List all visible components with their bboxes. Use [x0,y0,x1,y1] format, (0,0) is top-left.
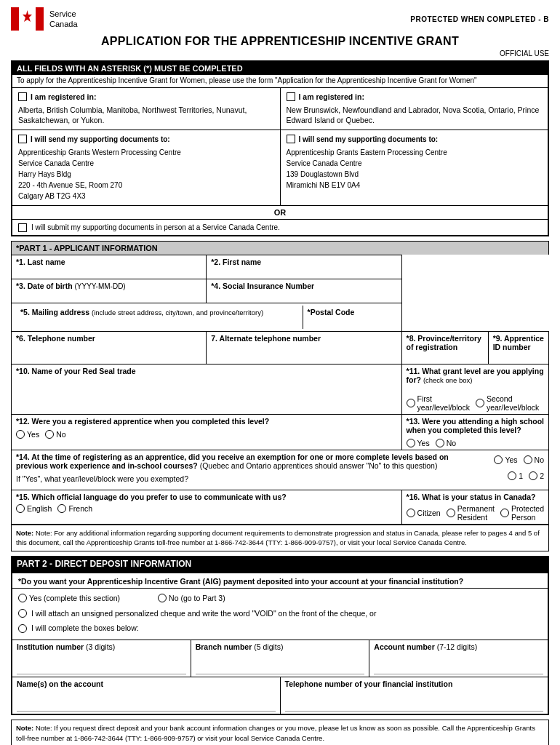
canada-flag-icon [11,7,44,31]
registered-row: I am registered in: Alberta, British Col… [12,88,548,130]
registered-no-label: No [56,430,65,439]
send-east-checkbox[interactable] [287,135,295,143]
alt-tel-cell: 7. Alternate telephone number [207,332,401,364]
top-header: Service Canada PROTECTED WHEN COMPLETED … [11,7,549,31]
part1-note-text: Note: For any additional information reg… [16,529,540,546]
trade-label: *10. Name of your Red Seal trade [16,367,397,375]
exemption-no-radio[interactable] [524,455,532,464]
intro-box: ALL FIELDS WITH AN ASTERISK (*) MUST BE … [11,60,549,236]
institution-label-text: Institution number [17,642,84,651]
status-citizen: Citizen [407,509,441,517]
mailing-address-cell: *5. Mailing address (include street addr… [16,306,303,329]
part2-note: Note: Note: If you request direct deposi… [11,720,549,745]
branch-label-text: Branch number [196,642,252,651]
main-title: APPLICATION FOR THE APPRENTICESHIP INCEN… [11,35,549,48]
send-west-checkbox[interactable] [18,135,27,143]
status-pr-radio[interactable] [447,509,455,517]
registered-no-radio[interactable] [45,430,54,439]
exemption-opt2-radio[interactable] [529,471,537,480]
deposit-complete-label: I will complete the boxes below: [31,621,139,635]
names-input[interactable] [17,698,276,712]
registered-east-col: I am registered in: New Brunswick, Newfo… [281,88,548,130]
service-line2: Canada [49,19,78,29]
tel-label: *6. Telephone number [16,334,201,343]
deposit-unsigned-row: I will attach an unsigned personalized c… [18,607,542,621]
part1-form: *1. Last name *2. First name *3. Date of… [11,255,549,525]
institution-hint: (3 digits) [86,642,115,651]
registered-apprentice-cell: *12. Were you a registered apprentice wh… [12,415,402,450]
send-east-label: I will send my supporting documents to: [299,134,439,145]
registered-yes-radio[interactable] [16,430,25,439]
high-school-no-radio[interactable] [436,439,444,447]
apprentice-id-cell: *9. Apprentice ID number [488,332,548,364]
branch-label: Branch number (5 digits) [196,642,365,651]
registered-west-checkbox-row: I am registered in: [18,92,274,103]
part1-header: *PART 1 - APPLICANT INFORMATION [11,241,549,255]
official-use: OFFICIAL USE [11,49,549,57]
language-label: *15. Which official language do you pref… [16,493,397,501]
mailing-label-text: *5. Mailing address [20,308,89,316]
registered-east-checkbox[interactable] [287,92,295,101]
institution-input[interactable] [17,661,186,674]
page: Service Canada PROTECTED WHEN COMPLETED … [0,0,560,745]
deposit-complete-radio[interactable] [18,624,27,633]
deposit-names-row: Name(s) on the account Telephone number … [12,677,548,714]
exemption-opt1: 1 [508,471,523,480]
language-french-radio[interactable] [57,504,66,513]
deposit-no: No (go to Part 3) [158,591,225,605]
grant-level-radio2[interactable] [476,399,484,407]
exemption-yes-radio[interactable] [494,455,503,464]
status-protected-label: Protected Person [511,504,544,522]
status-citizen-radio[interactable] [407,509,415,517]
registered-west-label-bold: I am registered in: [31,92,96,101]
exemption-row: *14. At the time of registering as an ap… [12,450,549,490]
exemption-opt1-radio[interactable] [508,471,516,480]
registered-west-col: I am registered in: Alberta, British Col… [12,88,281,130]
branch-input[interactable] [196,661,365,674]
registered-west-checkbox[interactable] [18,92,27,101]
registered-apprentice-options: Yes No [16,430,397,439]
fin-tel-cell: Telephone number of your financial insti… [281,677,548,714]
deposit-yes-radio[interactable] [18,594,27,602]
language-status-row: *15. Which official language do you pref… [12,490,549,525]
part2-header: PART 2 - DIRECT DEPOSIT INFORMATION [11,556,549,572]
dob-hint: (YYYY-MM-DD) [75,282,126,290]
dob-sin-row: *3. Date of birth (YYYY-MM-DD) *4. Socia… [12,279,549,303]
status-permanent-resident: Permanent Resident [447,504,495,522]
exemption-inner: *14. At the time of registering as an ap… [16,453,544,487]
deposit-no-radio[interactable] [158,594,167,602]
exemption-yn-group: Yes No [494,455,544,464]
grant-level-opt1-label: First year/level/block [417,394,470,412]
institution-label: Institution number (3 digits) [17,642,186,651]
high-school-yes-radio[interactable] [407,439,415,447]
submit-in-person-checkbox[interactable] [18,223,27,232]
service-line1: Service [49,9,78,19]
status-protected-radio[interactable] [500,509,509,517]
deposit-unsigned-radio[interactable] [18,609,27,618]
language-french-label: French [68,504,92,513]
sin-label: *4. Social Insurance Number [211,282,396,290]
registered-east-label-bold: I am registered in: [299,92,364,101]
deposit-numbers-row: Institution number (3 digits) Branch num… [12,640,548,677]
send-east-address: Apprenticeship Grants Eastern Processing… [287,147,543,191]
high-school-label: *13. Were you attending a high school wh… [407,417,544,434]
exemption-cell: *14. At the time of registering as an ap… [12,450,549,490]
last-name-cell: *1. Last name [12,255,207,279]
registered-west-provinces: Alberta, British Columbia, Manitoba, Nor… [18,105,274,126]
grant-level-radio1[interactable] [407,399,415,407]
account-label: Account number (7-12 digits) [374,642,543,651]
exemption-yes-label: Yes [505,455,517,464]
supporting-west-col: I will send my supporting documents to: … [12,130,281,205]
account-input[interactable] [374,661,543,674]
account-hint: (7-12 digits) [437,642,477,651]
submit-row: I will submit my supporting documents in… [12,220,548,235]
status-label: *16. What is your status in Canada? [407,493,544,501]
fin-tel-input[interactable] [285,698,544,712]
all-fields-header: ALL FIELDS WITH AN ASTERISK (*) MUST BE … [12,62,548,75]
account-cell: Account number (7-12 digits) [369,640,548,677]
last-name-label: *1. Last name [16,258,201,266]
exemption-hint: (Quebec and Ontario apprentices should a… [200,461,438,470]
language-english-radio[interactable] [16,504,25,513]
exemption-no-label: No [535,455,544,464]
registered-east-label: I am registered in: [299,92,364,103]
